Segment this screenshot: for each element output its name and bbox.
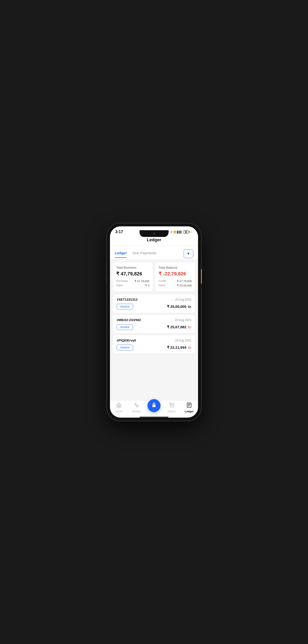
nav-home[interactable]: Home bbox=[112, 402, 126, 413]
txn-bottom-row-0: Invoice ₹ 25,00,000 Dr bbox=[117, 304, 191, 310]
phone-shell: 3:17 ⏰ ✶ 📶 ▌▌▌ 52 ⚡ Ledger Ledger Due Pa… bbox=[107, 224, 201, 420]
total-balance-amount: ₹ -22,79,826 bbox=[159, 271, 192, 276]
screen: 3:17 ⏰ ✶ 📶 ▌▌▌ 52 ⚡ Ledger Ledger Due Pa… bbox=[110, 226, 198, 418]
nav-activity[interactable]: Activity bbox=[129, 402, 144, 413]
nav-ledger[interactable]: Ledger bbox=[182, 402, 196, 413]
txn-date-2: 24 Aug 2023 bbox=[175, 339, 191, 342]
purchase-label: Purchase bbox=[116, 280, 128, 283]
txn-amount-2: ₹ 22,11,944 Cr bbox=[167, 345, 191, 350]
home-icon bbox=[116, 402, 121, 409]
battery-icon: 52 bbox=[183, 230, 189, 234]
summary-cards: Total Business ₹ 47,79,826 Purchase ₹ 47… bbox=[110, 259, 198, 294]
txn-badge-2[interactable]: Invoice bbox=[117, 344, 133, 350]
charging-icon: ⚡ bbox=[190, 231, 193, 233]
txn-id-0: #XET1231313 bbox=[117, 298, 137, 301]
txn-date-0: 25 Aug 2023 bbox=[175, 298, 191, 301]
purchase-value: ₹ 47,79,826 bbox=[134, 280, 149, 283]
sales-label: Sales bbox=[116, 284, 123, 287]
bluetooth-icon: ✶ bbox=[170, 231, 172, 233]
total-balance-label: Total Balance bbox=[159, 266, 192, 269]
nav-center[interactable] bbox=[147, 404, 161, 412]
txn-date-1: 24 Aug 2023 bbox=[175, 318, 191, 322]
txn-type-2: Cr bbox=[188, 346, 191, 350]
credit-value: ₹ 47,79,826 bbox=[177, 280, 192, 283]
txn-bottom-row-1: Invoice ₹ 25,67,882 Cr bbox=[117, 324, 191, 330]
sales-value: ₹ 0 bbox=[145, 284, 149, 287]
filter-icon: ▼ bbox=[187, 252, 190, 256]
debit-row: Debit ₹ 25,00,000 bbox=[159, 284, 192, 287]
nav-activity-label: Activity bbox=[132, 410, 140, 413]
txn-type-0: Dr bbox=[188, 305, 191, 308]
total-business-card: Total Business ₹ 47,79,826 Purchase ₹ 47… bbox=[113, 262, 153, 292]
txn-amount-1: ₹ 25,67,882 Cr bbox=[167, 325, 191, 329]
nav-home-label: Home bbox=[115, 410, 122, 413]
wifi-icon: 📶 bbox=[173, 231, 176, 233]
txn-amount-0: ₹ 25,00,000 Dr bbox=[167, 304, 191, 309]
sales-row: Sales ₹ 0 bbox=[116, 284, 149, 287]
txn-badge-1[interactable]: Invoice bbox=[117, 324, 133, 330]
transaction-list: #XET1231313 25 Aug 2023 Invoice ₹ 25,00,… bbox=[110, 294, 198, 355]
nav-orders[interactable]: Orders bbox=[164, 402, 179, 413]
status-time: 3:17 bbox=[115, 230, 123, 234]
purchase-row: Purchase ₹ 47,79,826 bbox=[116, 280, 149, 283]
txn-badge-0[interactable]: Invoice bbox=[117, 304, 133, 310]
transaction-card-2[interactable]: #PIQEIErvy6 24 Aug 2023 Invoice ₹ 22,11,… bbox=[113, 335, 195, 354]
total-balance-card: Total Balance ₹ -22,79,826 Credit ₹ 47,7… bbox=[155, 262, 195, 292]
tabs-left: Ledger Due Payments bbox=[115, 251, 156, 258]
credit-row: Credit ₹ 47,79,826 bbox=[159, 280, 192, 283]
alarm-icon: ⏰ bbox=[167, 231, 169, 233]
txn-top-row-1: #MB/22-23/2562 24 Aug 2023 bbox=[117, 318, 191, 322]
filter-button[interactable]: ▼ bbox=[184, 250, 193, 258]
nav-ledger-label: Ledger bbox=[185, 410, 194, 413]
txn-bottom-row-2: Invoice ₹ 22,11,944 Cr bbox=[117, 344, 191, 350]
app-header: Ledger bbox=[110, 236, 198, 246]
tab-ledger[interactable]: Ledger bbox=[115, 251, 127, 258]
total-business-label: Total Business bbox=[116, 266, 149, 269]
nav-center-button[interactable] bbox=[147, 399, 161, 412]
lock-icon bbox=[151, 402, 157, 409]
signal-icon: ▌▌▌ bbox=[177, 231, 182, 233]
debit-value: ₹ 25,00,000 bbox=[177, 284, 192, 287]
activity-icon bbox=[134, 402, 139, 409]
txn-top-row-2: #PIQEIErvy6 24 Aug 2023 bbox=[117, 338, 191, 342]
transaction-card-0[interactable]: #XET1231313 25 Aug 2023 Invoice ₹ 25,00,… bbox=[113, 294, 195, 313]
bottom-nav: Home Activity bbox=[110, 400, 198, 416]
debit-label: Debit bbox=[159, 284, 165, 287]
status-bar: 3:17 ⏰ ✶ 📶 ▌▌▌ 52 ⚡ bbox=[110, 226, 198, 236]
total-business-amount: ₹ 47,79,826 bbox=[116, 271, 149, 276]
orders-icon bbox=[169, 402, 174, 409]
nav-orders-label: Orders bbox=[168, 410, 176, 413]
svg-point-2 bbox=[171, 407, 171, 407]
svg-point-3 bbox=[173, 407, 174, 407]
txn-id-2: #PIQEIErvy6 bbox=[117, 338, 136, 342]
app-title: Ledger bbox=[147, 238, 161, 242]
ledger-icon bbox=[187, 402, 192, 409]
tab-due-payments[interactable]: Due Payments bbox=[132, 251, 156, 258]
credit-label: Credit bbox=[159, 280, 166, 283]
txn-type-1: Cr bbox=[188, 326, 191, 329]
svg-point-1 bbox=[154, 406, 155, 406]
transaction-card-1[interactable]: #MB/22-23/2562 24 Aug 2023 Invoice ₹ 25,… bbox=[113, 315, 195, 333]
txn-id-1: #MB/22-23/2562 bbox=[117, 318, 141, 322]
content-area: Total Business ₹ 47,79,826 Purchase ₹ 47… bbox=[110, 259, 198, 400]
txn-top-row-0: #XET1231313 25 Aug 2023 bbox=[117, 298, 191, 301]
status-icons: ⏰ ✶ 📶 ▌▌▌ 52 ⚡ bbox=[167, 230, 193, 234]
home-indicator bbox=[139, 417, 169, 418]
tabs-row: Ledger Due Payments ▼ bbox=[110, 246, 198, 259]
